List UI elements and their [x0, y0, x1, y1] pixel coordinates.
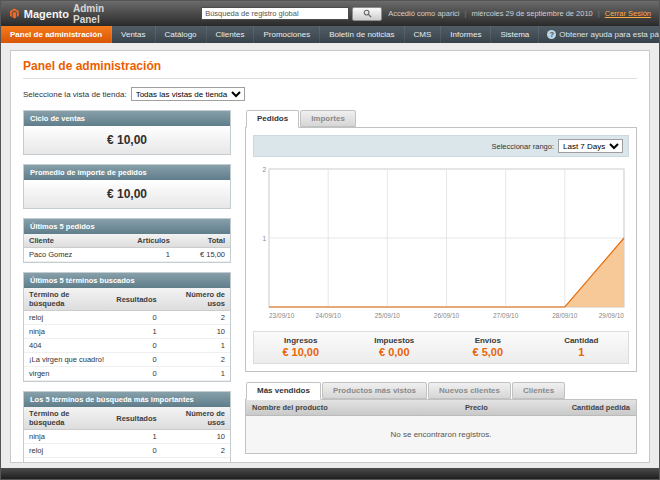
table-row[interactable]: ¡La virgen que cuadro!02: [24, 458, 230, 464]
table-cell: 1: [111, 325, 161, 339]
nav-item-panel-de-administraci-n[interactable]: Panel de administración: [1, 26, 112, 43]
column-header-t-rmino-de-b-squeda: Término de búsqueda: [24, 407, 111, 430]
table-cell: virgen: [24, 367, 111, 381]
nav-item-promociones[interactable]: Promociones: [254, 26, 320, 43]
table-row[interactable]: reloj02: [24, 311, 230, 325]
global-search: [201, 7, 382, 21]
table-row[interactable]: ninja110: [24, 325, 230, 339]
products-tab-panel: Nombre del productoPrecioCantidad pedida…: [245, 399, 637, 454]
svg-text:26/09/10: 26/09/10: [434, 312, 460, 319]
top-search-terms-table: Término de búsquedaResultadosNúmero de u…: [24, 407, 230, 463]
range-select[interactable]: Last 7 Days: [558, 139, 623, 153]
nav-item-cms[interactable]: CMS: [405, 26, 442, 43]
table-row[interactable]: virgen01: [24, 367, 230, 381]
dashboard-main: PedidosImportes Seleccionar rango: Last …: [245, 110, 637, 454]
separator: |: [464, 9, 466, 18]
svg-text:1: 1: [262, 235, 266, 242]
column-header-n-mero-de-usos: Número de usos: [162, 288, 230, 311]
table-cell: 1: [111, 430, 161, 444]
table-cell: reloj: [24, 444, 111, 458]
column-header-cliente: Cliente: [24, 234, 108, 248]
total-label: Ingresos: [254, 336, 348, 345]
table-cell: 0: [111, 458, 161, 464]
totals-row: Ingresos€ 10,00Impuestos€ 0,00Envíos€ 5,…: [253, 331, 629, 364]
table-cell: ¡La virgen que cuadro!: [24, 458, 111, 464]
total-value: 1: [535, 346, 629, 358]
main-nav: Panel de administraciónVentasCatálogoCli…: [1, 26, 659, 43]
total-env-os: Envíos€ 5,00: [441, 332, 535, 363]
page-title: Panel de administración: [23, 59, 637, 73]
content-area: Panel de administración Seleccione la vi…: [1, 43, 659, 468]
search-icon: [363, 9, 372, 18]
last-orders-box: Últimos 5 pedidos ClienteArtículosTotalP…: [23, 218, 231, 263]
table-row[interactable]: Paco Gomez1€ 15,00: [24, 248, 230, 262]
total-value: € 0,00: [348, 346, 442, 358]
nav-item-cat-logo[interactable]: Catálogo: [156, 26, 207, 43]
column-header-precio: Precio: [423, 400, 494, 416]
column-header-total: Total: [175, 234, 230, 248]
table-row[interactable]: ninja110: [24, 430, 230, 444]
nav-item-sistema[interactable]: Sistema: [491, 26, 539, 43]
table-row[interactable]: reloj02: [24, 444, 230, 458]
total-label: Cantidad: [535, 336, 629, 345]
table-cell: ¡La virgen que cuadro!: [24, 353, 111, 367]
table-cell: 1: [162, 339, 230, 353]
chart-container: 1223/09/1024/09/1025/09/1026/09/1027/09/…: [253, 157, 629, 325]
table-cell: 2: [162, 444, 230, 458]
svg-text:23/09/10: 23/09/10: [269, 312, 295, 319]
tab-clientes[interactable]: Clientes: [512, 382, 565, 399]
nav-item-bolet-n-de-noticias[interactable]: Boletín de noticias: [320, 26, 404, 43]
header-user-area: Accedió como aparici | miércoles 29 de s…: [388, 9, 651, 18]
lifetime-sales-value: € 10,00: [24, 126, 230, 154]
table-row[interactable]: 40401: [24, 339, 230, 353]
tab-pedidos[interactable]: Pedidos: [246, 110, 299, 128]
divider: [23, 78, 637, 79]
nav-item-informes[interactable]: Informes: [441, 26, 491, 43]
table-cell: 2: [162, 311, 230, 325]
total-cantidad: Cantidad1: [535, 332, 629, 363]
last-orders-table: ClienteArtículosTotalPaco Gomez1€ 15,00: [24, 234, 230, 262]
last-search-terms-box: Últimos 5 términos buscados Término de b…: [23, 272, 231, 382]
nav-item-clientes[interactable]: Clientes: [207, 26, 255, 43]
table-row-empty: No se encontraron registros.: [246, 416, 636, 454]
tab-nuevos-clientes[interactable]: Nuevos clientes: [428, 382, 511, 399]
column-header-t-rmino-de-b-squeda: Término de búsqueda: [24, 288, 111, 311]
total-label: Impuestos: [348, 336, 442, 345]
tab-importes[interactable]: Importes: [300, 110, 356, 127]
total-ingresos: Ingresos€ 10,00: [254, 332, 348, 363]
table-cell: 10: [162, 430, 230, 444]
logout-link[interactable]: Cerrar Sesión: [605, 9, 651, 18]
last-search-terms-table: Término de búsquedaResultadosNúmero de u…: [24, 288, 230, 381]
table-cell: 0: [111, 339, 161, 353]
table-row[interactable]: ¡La virgen que cuadro!02: [24, 353, 230, 367]
lifetime-sales-box: Ciclo de ventas € 10,00: [23, 110, 231, 155]
magento-admin-app: Magento Admin Panel Accedió como aparici…: [0, 0, 660, 480]
svg-text:28/09/10: 28/09/10: [552, 312, 578, 319]
table-cell: 2: [162, 353, 230, 367]
store-view-switcher: Seleccione la vista de tienda: Todas las…: [23, 87, 637, 101]
global-search-input[interactable]: [201, 7, 349, 20]
svg-text:29/09/10: 29/09/10: [599, 312, 625, 319]
svg-text:25/09/10: 25/09/10: [375, 312, 401, 319]
search-button[interactable]: [352, 7, 382, 21]
tab-m-s-vendidos[interactable]: Más vendidos: [246, 382, 321, 400]
logo-subtitle: Admin Panel: [73, 3, 123, 25]
table-cell: 1: [162, 367, 230, 381]
column-header-nombre-del-producto: Nombre del producto: [246, 400, 423, 416]
top-search-terms-box: Los 5 términos de búsqueda más important…: [23, 391, 231, 463]
magento-logo-icon: [9, 7, 20, 20]
column-header-resultados: Resultados: [111, 407, 161, 430]
box-title: Últimos 5 términos buscados: [24, 273, 230, 288]
column-header-cantidad-pedida: Cantidad pedida: [494, 400, 636, 416]
column-header-resultados: Resultados: [111, 288, 161, 311]
table-cell: Paco Gomez: [24, 248, 108, 262]
nav-item-ventas[interactable]: Ventas: [112, 26, 155, 43]
store-view-select[interactable]: Todas las vistas de tienda: [131, 87, 245, 101]
help-link[interactable]: ? Obtener ayuda para esta página: [539, 26, 660, 43]
total-value: € 10,00: [254, 346, 348, 358]
svg-text:24/09/10: 24/09/10: [316, 312, 342, 319]
tab-productos-m-s-vistos[interactable]: Productos más vistos: [322, 382, 427, 399]
range-label: Seleccionar rango:: [491, 142, 554, 151]
table-cell: 0: [111, 367, 161, 381]
header-date: miércoles 29 de septiembre de 2010: [471, 9, 592, 18]
